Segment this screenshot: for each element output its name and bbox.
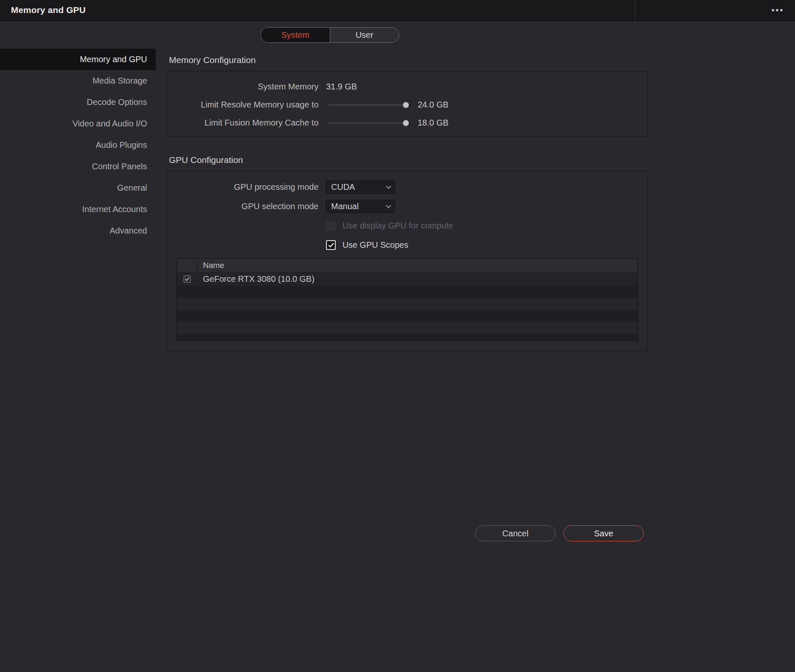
use-gpu-scopes-row: Use GPU Scopes [326,240,647,250]
gpu-selection-mode-label: GPU selection mode [167,202,319,211]
dialog-footer: Cancel Save [0,525,644,541]
sidebar-item-memory-and-gpu[interactable]: Memory and GPU [0,49,156,70]
gpu-processing-mode-label: GPU processing mode [167,182,319,192]
window-title: Memory and GPU [11,5,86,15]
table-empty-row [177,310,637,322]
gpu-selection-mode-row: GPU selection mode Manual [167,200,647,213]
sidebar-item-control-panels[interactable]: Control Panels [0,156,156,177]
cancel-button[interactable]: Cancel [475,525,555,541]
fusion-memory-cache-label: Limit Fusion Memory Cache to [167,118,319,128]
settings-scope-tabs: System User [261,27,399,43]
system-memory-row: System Memory 31.9 GB [167,78,647,96]
system-memory-label: System Memory [167,82,319,92]
gpu-processing-mode-dropdown[interactable]: CUDA [326,181,395,194]
resolve-memory-limit-value: 24.0 GB [418,100,448,110]
sidebar-item-advanced[interactable]: Advanced [0,220,156,242]
fusion-memory-cache-row: Limit Fusion Memory Cache to 18.0 GB [167,114,647,132]
table-empty-row [177,333,637,341]
table-empty-row [177,298,637,310]
gpu-row-checkbox[interactable] [184,276,191,283]
gpu-processing-mode-value: CUDA [331,182,355,192]
overflow-menu-icon[interactable]: ••• [771,0,784,21]
slider-fill [328,123,406,123]
use-gpu-scopes-checkbox[interactable] [326,240,336,250]
sidebar-item-decode-options[interactable]: Decode Options [0,92,156,113]
chevron-down-icon [386,184,391,189]
sidebar-item-media-storage[interactable]: Media Storage [0,70,156,92]
table-empty-row [177,286,637,298]
titlebar-divider [635,0,635,21]
resolve-memory-slider[interactable] [328,102,410,108]
resolve-memory-limit-label: Limit Resolve Memory usage to [167,100,319,110]
gpu-table-row[interactable]: GeForce RTX 3080 (10.0 GB) [177,272,637,286]
gpu-configuration-panel: GPU processing mode CUDA GPU selection m… [167,171,648,351]
gpu-processing-mode-row: GPU processing mode CUDA [167,181,647,194]
fusion-memory-cache-value: 18.0 GB [418,118,448,128]
resolve-memory-slider-handle[interactable] [403,102,409,108]
use-display-gpu-checkbox[interactable] [326,221,336,231]
tab-user[interactable]: User [330,28,399,42]
table-empty-row [177,322,637,333]
settings-content: Memory Configuration System Memory 31.9 … [167,49,648,351]
gpu-configuration-title: GPU Configuration [169,155,648,165]
gpu-row-name: GeForce RTX 3080 (10.0 GB) [197,274,314,284]
titlebar: Memory and GPU ••• [0,0,795,21]
save-button[interactable]: Save [563,525,644,541]
gpu-selection-mode-dropdown[interactable]: Manual [326,200,395,213]
checkmark-icon [185,277,190,281]
preferences-sidebar: Memory and GPU Media Storage Decode Opti… [0,49,156,242]
memory-configuration-title: Memory Configuration [169,55,648,65]
use-display-gpu-label: Use display GPU for compute [342,221,453,231]
tab-system[interactable]: System [261,28,330,42]
fusion-memory-slider[interactable] [328,120,410,126]
use-gpu-scopes-label: Use GPU Scopes [342,240,408,250]
gpu-row-checkbox-cell [177,272,197,286]
memory-configuration-panel: System Memory 31.9 GB Limit Resolve Memo… [167,71,648,137]
chevron-down-icon [386,203,391,208]
gpu-table-header: Name [177,259,637,272]
fusion-memory-slider-handle[interactable] [403,120,409,126]
sidebar-item-video-audio-io[interactable]: Video and Audio I/O [0,113,156,134]
gpu-selection-mode-value: Manual [331,202,359,211]
slider-fill [328,105,406,105]
sidebar-item-general[interactable]: General [0,177,156,199]
system-memory-value: 31.9 GB [326,82,357,92]
sidebar-item-audio-plugins[interactable]: Audio Plugins [0,134,156,156]
sidebar-item-internet-accounts[interactable]: Internet Accounts [0,199,156,220]
gpu-table-name-column-header: Name [197,261,224,270]
gpu-table-checkbox-column-header [177,259,197,272]
resolve-memory-limit-row: Limit Resolve Memory usage to 24.0 GB [167,96,647,114]
use-display-gpu-row: Use display GPU for compute [326,220,647,231]
gpu-list-table: Name GeForce RTX 3080 (10.0 GB) [176,258,638,341]
checkmark-icon [328,243,334,247]
